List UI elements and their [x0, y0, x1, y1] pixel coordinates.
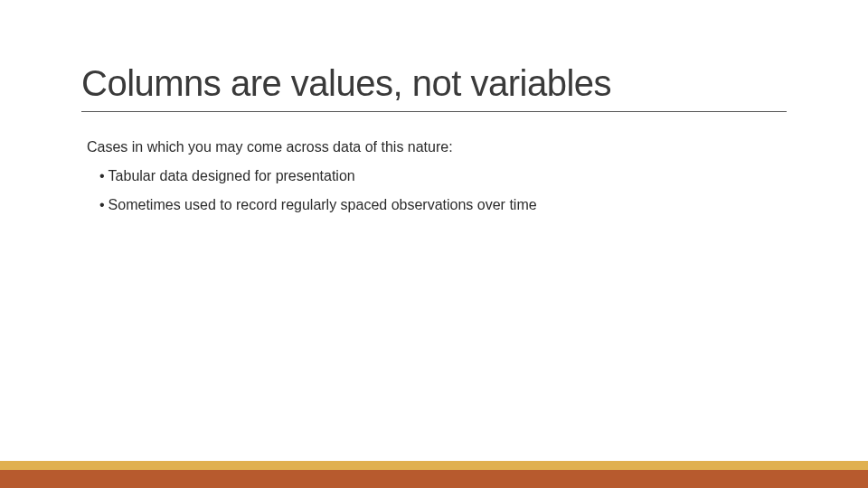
bullet-list: •Tabular data designed for presentation …: [99, 168, 787, 213]
list-item: •Tabular data designed for presentation: [99, 168, 787, 184]
slide-title: Columns are values, not variables: [81, 63, 787, 112]
bullet-text: Sometimes used to record regularly space…: [108, 197, 537, 212]
bullet-text: Tabular data designed for presentation: [108, 168, 355, 183]
bullet-icon: •: [99, 197, 105, 212]
slide: Columns are values, not variables Cases …: [0, 0, 868, 488]
list-item: •Sometimes used to record regularly spac…: [99, 197, 787, 213]
bullet-icon: •: [99, 168, 105, 183]
footer-accent-bottom: [0, 470, 868, 488]
footer-accent-top: [0, 461, 868, 470]
footer-band: [0, 461, 868, 488]
slide-subtitle: Cases in which you may come across data …: [87, 139, 787, 155]
